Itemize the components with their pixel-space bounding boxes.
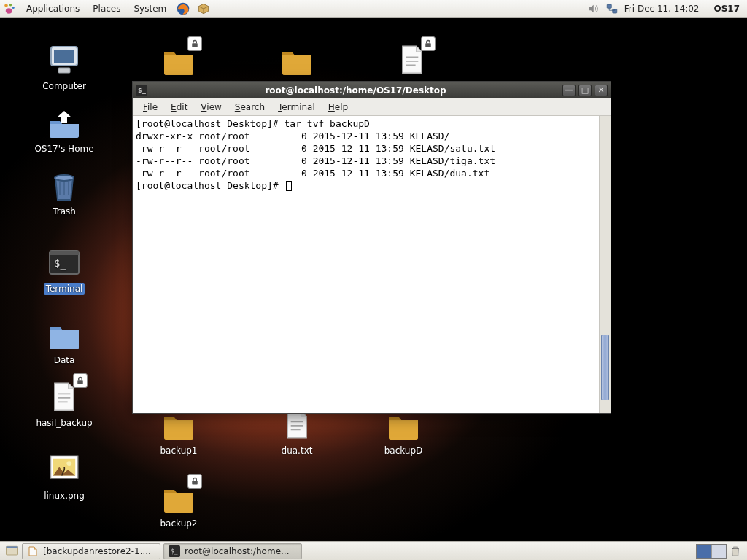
- terminal-menubar: FileEditViewSearchTerminalHelp: [133, 98, 611, 116]
- menu-applications[interactable]: Applications: [20, 2, 85, 15]
- window-title: root@localhost:/home/OS17/Desktop: [152, 85, 560, 96]
- icon-label: backup2: [158, 518, 199, 529]
- desktop-icon-data[interactable]: Data: [24, 315, 104, 366]
- terminal-output[interactable]: [root@localhost Desktop]# tar tvf backup…: [133, 116, 599, 413]
- computer-icon: [45, 41, 83, 79]
- desktop-icon-hasilbackup[interactable]: hasil_backup: [24, 378, 104, 429]
- svg-rect-10: [61, 117, 67, 123]
- svg-text:$_: $_: [171, 548, 178, 555]
- close-button[interactable]: ✕: [595, 85, 608, 96]
- terminal-cursor: [286, 181, 292, 191]
- lock-emblem-icon: [73, 373, 88, 388]
- menu-view[interactable]: View: [195, 101, 227, 114]
- panel-trash-icon[interactable]: [727, 543, 744, 559]
- icon-label: linux.png: [42, 490, 87, 502]
- folder-blue-icon: [45, 315, 83, 353]
- svg-rect-13: [50, 251, 79, 255]
- terminal-icon: $_: [45, 244, 83, 281]
- package-icon[interactable]: [196, 1, 211, 16]
- menu-file[interactable]: File: [137, 101, 163, 114]
- svg-point-2: [12, 7, 15, 9]
- document-icon: [27, 545, 39, 557]
- svg-rect-15: [77, 380, 83, 384]
- desktop-icon-computer[interactable]: Computer: [24, 41, 104, 92]
- menu-places[interactable]: Places: [87, 2, 126, 15]
- firefox-icon[interactable]: [176, 1, 190, 16]
- svg-point-3: [6, 8, 12, 14]
- svg-text:$_: $_: [138, 87, 146, 94]
- desktop-icon-home[interactable]: OS17's Home: [24, 104, 104, 155]
- menu-edit[interactable]: Edit: [165, 101, 193, 114]
- icon-label: Data: [52, 354, 77, 366]
- svg-rect-21: [192, 481, 198, 484]
- system-menu-area: Applications Places System: [3, 1, 213, 16]
- icon-label: dua.txt: [279, 445, 315, 456]
- svg-rect-19: [192, 43, 198, 47]
- lock-emblem-icon: [421, 36, 436, 51]
- menu-terminal[interactable]: Terminal: [272, 101, 321, 114]
- svg-rect-8: [54, 50, 74, 63]
- task-label: root@localhost:/home...: [185, 546, 289, 556]
- terminal-titlebar-icon: $_: [136, 85, 147, 96]
- folder-icon: [160, 41, 198, 79]
- volume-icon[interactable]: [587, 2, 600, 15]
- top-panel: Applications Places System Fri Dec 11, 1…: [0, 0, 747, 18]
- task-document[interactable]: [backupdanrestore2-1....: [22, 543, 160, 559]
- folder-icon: [160, 478, 198, 516]
- image-icon: [45, 451, 83, 489]
- desktop-icon-terminal[interactable]: $_Terminal: [24, 244, 104, 295]
- svg-rect-25: [7, 546, 18, 548]
- clock[interactable]: Fri Dec 11, 14:02: [624, 4, 700, 14]
- textfile-icon: [45, 378, 83, 416]
- task-label: [backupdanrestore2-1....: [43, 546, 151, 556]
- menu-system[interactable]: System: [128, 2, 172, 15]
- icon-label: backup1: [158, 445, 199, 456]
- lock-emblem-icon: [187, 474, 202, 489]
- terminal-window: $_ root@localhost:/home/OS17/Desktop — □…: [132, 81, 611, 414]
- maximize-button[interactable]: □: [578, 85, 592, 96]
- svg-point-1: [9, 4, 12, 6]
- taskbar: [backupdanrestore2-1....$_root@localhost…: [20, 543, 303, 559]
- icon-label: backupD: [382, 445, 425, 456]
- folder-icon: [278, 41, 316, 79]
- gnome-foot-icon: [3, 2, 16, 15]
- svg-rect-5: [607, 4, 611, 8]
- user-menu[interactable]: OS17: [713, 4, 740, 14]
- bottom-panel: [backupdanrestore2-1....$_root@localhost…: [0, 541, 747, 560]
- menu-search[interactable]: Search: [229, 101, 271, 114]
- system-tray: Fri Dec 11, 14:02 OS17: [587, 2, 744, 15]
- textfile-icon: [393, 41, 431, 79]
- svg-text:$_: $_: [54, 257, 66, 270]
- show-desktop-button[interactable]: [3, 543, 20, 559]
- svg-point-18: [66, 461, 71, 466]
- desktop-icon-trash[interactable]: Trash: [24, 166, 104, 217]
- svg-point-0: [4, 4, 8, 7]
- minimize-button[interactable]: —: [562, 85, 576, 96]
- svg-rect-20: [425, 43, 431, 47]
- desktop-icon-backup2[interactable]: backup2: [139, 478, 219, 529]
- terminal-body: [root@localhost Desktop]# tar tvf backup…: [133, 116, 611, 413]
- workspace-switcher[interactable]: [696, 544, 727, 559]
- terminal-icon: $_: [169, 545, 180, 557]
- icon-label: Computer: [40, 80, 88, 92]
- home-icon: [45, 104, 83, 141]
- menu-help[interactable]: Help: [322, 101, 354, 114]
- icon-label: Trash: [50, 206, 78, 217]
- titlebar[interactable]: $_ root@localhost:/home/OS17/Desktop — □…: [133, 82, 611, 98]
- icon-label: Terminal: [44, 283, 85, 295]
- svg-rect-28: [734, 547, 738, 548]
- lock-emblem-icon: [187, 36, 202, 51]
- scrollbar-thumb[interactable]: [601, 335, 609, 400]
- network-icon[interactable]: [605, 2, 619, 15]
- svg-rect-9: [58, 68, 70, 73]
- icon-label: hasil_backup: [34, 417, 94, 429]
- task-terminal[interactable]: $_root@localhost:/home...: [163, 543, 302, 559]
- icon-label: OS17's Home: [32, 143, 96, 155]
- desktop-icon-linuxpng[interactable]: linux.png: [24, 451, 104, 502]
- trash-icon: [45, 166, 83, 204]
- svg-point-11: [55, 175, 74, 181]
- terminal-scrollbar[interactable]: [599, 116, 611, 413]
